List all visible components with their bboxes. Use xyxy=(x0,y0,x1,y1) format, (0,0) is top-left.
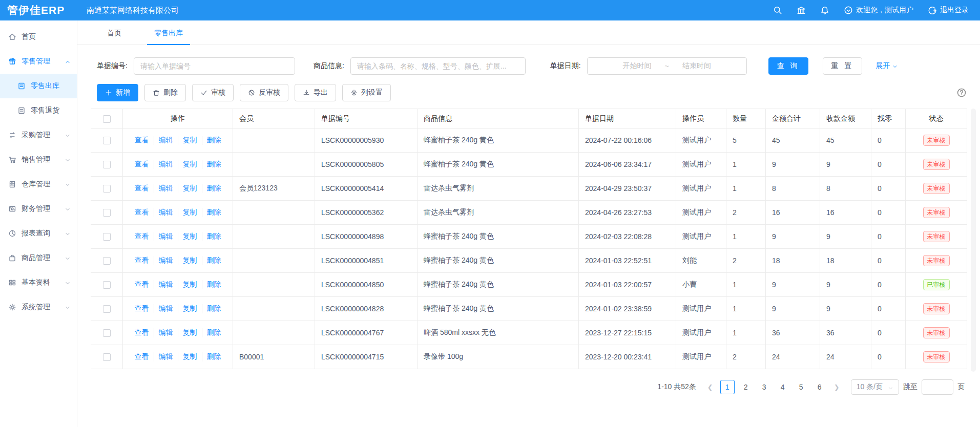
copy-link[interactable]: 复制 xyxy=(178,304,202,313)
audit-button[interactable]: 审核 xyxy=(192,84,234,101)
row-checkbox[interactable] xyxy=(103,209,111,217)
page-number-1[interactable]: 1 xyxy=(720,380,735,394)
logout-button[interactable]: 退出登录 xyxy=(928,6,969,15)
copy-link[interactable]: 复制 xyxy=(178,160,202,169)
copy-link[interactable]: 复制 xyxy=(178,280,202,289)
view-link[interactable]: 查看 xyxy=(130,184,154,193)
sidebar-item-home[interactable]: 首页 xyxy=(0,25,77,49)
select-all-checkbox[interactable] xyxy=(103,115,111,123)
sidebar-item-goods-mgmt[interactable]: 商品管理 xyxy=(0,246,77,270)
copy-link[interactable]: 复制 xyxy=(178,184,202,193)
next-page-icon[interactable]: ❯ xyxy=(831,383,843,391)
row-checkbox[interactable] xyxy=(103,353,111,361)
tab-home[interactable]: 首页 xyxy=(104,29,124,45)
expand-link[interactable]: 展开 xyxy=(875,61,898,71)
page-number-6[interactable]: 6 xyxy=(812,380,827,394)
edit-link[interactable]: 编辑 xyxy=(154,328,178,337)
sidebar-item-retail-return[interactable]: 零售退货 xyxy=(0,98,77,123)
copy-link[interactable]: 复制 xyxy=(178,352,202,361)
edit-link[interactable]: 编辑 xyxy=(154,256,178,265)
row-checkbox[interactable] xyxy=(103,281,111,289)
delete-link[interactable]: 删除 xyxy=(202,160,226,169)
row-checkbox[interactable] xyxy=(103,185,111,193)
help-icon[interactable] xyxy=(956,88,967,98)
view-link[interactable]: 查看 xyxy=(130,328,154,337)
reset-button[interactable]: 重 置 xyxy=(823,57,863,75)
delete-link[interactable]: 删除 xyxy=(202,304,226,313)
cell-member xyxy=(233,225,315,249)
copy-link[interactable]: 复制 xyxy=(178,136,202,145)
cell-bill-no: LSCK00000004767 xyxy=(315,321,418,345)
bill-no-input[interactable] xyxy=(134,57,295,75)
cell-goods: 蜂蜜柚子茶 240g 黄色 xyxy=(418,129,579,153)
sidebar-item-report-query[interactable]: 报表查询 xyxy=(0,221,77,246)
page-size-select[interactable]: 10 条/页 xyxy=(851,379,899,395)
view-link[interactable]: 查看 xyxy=(130,304,154,313)
delete-link[interactable]: 删除 xyxy=(202,136,226,145)
delete-link[interactable]: 删除 xyxy=(202,208,226,217)
sidebar-item-purchase-mgmt[interactable]: 采购管理 xyxy=(0,123,77,147)
edit-link[interactable]: 编辑 xyxy=(154,232,178,241)
view-link[interactable]: 查看 xyxy=(130,352,154,361)
search-button[interactable]: 查 询 xyxy=(768,57,808,75)
date-separator: ~ xyxy=(665,62,669,70)
sidebar-item-finance-mgmt[interactable]: 财务管理 xyxy=(0,197,77,221)
add-button[interactable]: 新增 xyxy=(97,84,138,101)
sidebar-item-system-mgmt[interactable]: 系统管理 xyxy=(0,295,77,319)
bank-icon[interactable] xyxy=(797,6,806,15)
sidebar-item-retail-mgmt[interactable]: 零售管理 xyxy=(0,49,77,74)
delete-link[interactable]: 删除 xyxy=(202,352,226,361)
view-link[interactable]: 查看 xyxy=(130,160,154,169)
delete-link[interactable]: 删除 xyxy=(202,328,226,337)
bell-icon[interactable] xyxy=(820,6,829,15)
view-link[interactable]: 查看 xyxy=(130,208,154,217)
view-link[interactable]: 查看 xyxy=(130,136,154,145)
jump-page-input[interactable] xyxy=(922,379,953,395)
view-link[interactable]: 查看 xyxy=(130,256,154,265)
copy-link[interactable]: 复制 xyxy=(178,232,202,241)
sidebar-item-warehouse-mgmt[interactable]: 仓库管理 xyxy=(0,172,77,197)
date-range-picker[interactable]: 开始时间 ~ 结束时间 xyxy=(587,57,747,75)
prev-page-icon[interactable]: ❮ xyxy=(704,383,716,391)
search-icon[interactable] xyxy=(773,6,782,15)
goods-info-input[interactable] xyxy=(350,57,526,75)
copy-link[interactable]: 复制 xyxy=(178,256,202,265)
row-checkbox[interactable] xyxy=(103,329,111,337)
welcome-user[interactable]: 欢迎您，测试用户 xyxy=(844,6,913,15)
edit-link[interactable]: 编辑 xyxy=(154,184,178,193)
row-checkbox[interactable] xyxy=(103,233,111,241)
tab-retail-outbound[interactable]: 零售出库 xyxy=(151,29,186,45)
edit-link[interactable]: 编辑 xyxy=(154,304,178,313)
column-settings-button[interactable]: 列设置 xyxy=(342,84,391,101)
unaudit-button[interactable]: 反审核 xyxy=(240,84,288,101)
edit-link[interactable]: 编辑 xyxy=(154,136,178,145)
row-checkbox[interactable] xyxy=(103,161,111,168)
delete-button[interactable]: 删除 xyxy=(144,84,186,101)
page-number-4[interactable]: 4 xyxy=(776,380,790,394)
cell-change: 0 xyxy=(871,345,906,369)
view-link[interactable]: 查看 xyxy=(130,280,154,289)
edit-link[interactable]: 编辑 xyxy=(154,352,178,361)
page-number-3[interactable]: 3 xyxy=(757,380,772,394)
delete-link[interactable]: 删除 xyxy=(202,232,226,241)
sidebar-item-retail-outbound[interactable]: 零售出库 xyxy=(0,74,77,98)
edit-link[interactable]: 编辑 xyxy=(154,160,178,169)
edit-link[interactable]: 编辑 xyxy=(154,208,178,217)
export-button[interactable]: 导出 xyxy=(295,84,336,101)
view-link[interactable]: 查看 xyxy=(130,232,154,241)
row-checkbox[interactable] xyxy=(103,257,111,265)
edit-link[interactable]: 编辑 xyxy=(154,280,178,289)
delete-link[interactable]: 删除 xyxy=(202,184,226,193)
page-number-2[interactable]: 2 xyxy=(739,380,753,394)
row-checkbox[interactable] xyxy=(103,305,111,313)
sidebar-item-basic-data[interactable]: 基本资料 xyxy=(0,270,77,295)
page-number-5[interactable]: 5 xyxy=(794,380,808,394)
row-checkbox[interactable] xyxy=(103,137,111,144)
table-scrollbar[interactable] xyxy=(971,109,976,372)
delete-link[interactable]: 删除 xyxy=(202,256,226,265)
copy-link[interactable]: 复制 xyxy=(178,328,202,337)
copy-link[interactable]: 复制 xyxy=(178,208,202,217)
sidebar-item-sales-mgmt[interactable]: 销售管理 xyxy=(0,147,77,172)
delete-link[interactable]: 删除 xyxy=(202,280,226,289)
chevron-down-icon xyxy=(65,157,71,163)
